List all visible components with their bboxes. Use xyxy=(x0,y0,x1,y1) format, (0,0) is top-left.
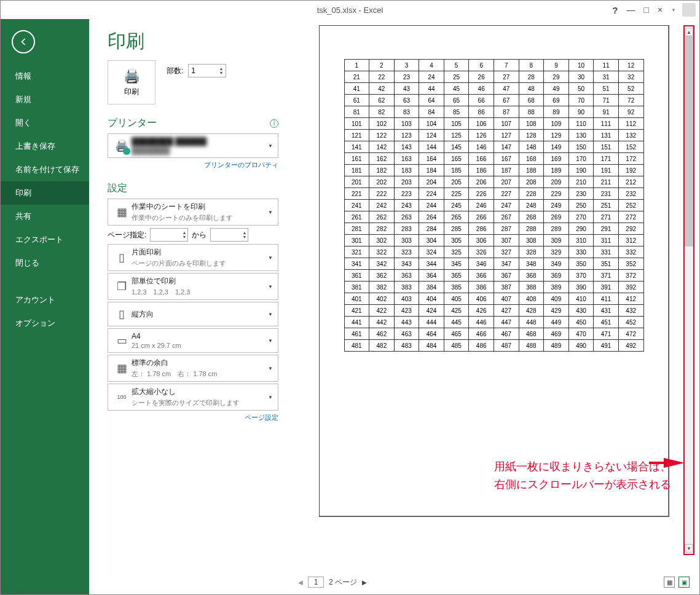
grid-cell: 131 xyxy=(594,130,619,141)
prev-page-button[interactable]: ◀ xyxy=(298,579,303,586)
grid-cell: 301 xyxy=(344,235,369,246)
grid-cell: 249 xyxy=(544,200,569,211)
grid-cell: 287 xyxy=(494,223,519,235)
grid-cell: 203 xyxy=(394,176,419,188)
grid-cell: 390 xyxy=(568,282,594,293)
preview-page: 1234567891011122122232425262728293031324… xyxy=(319,25,669,517)
grid-cell: 484 xyxy=(419,340,444,352)
scaling-selector[interactable]: 100 拡大縮小なし シートを実際のサイズで印刷します ▼ xyxy=(108,384,278,411)
grid-cell: 244 xyxy=(419,200,444,211)
grid-cell: 129 xyxy=(544,130,569,141)
grid-cell: 325 xyxy=(444,246,469,258)
grid-cell: 362 xyxy=(369,270,395,282)
collate-selector[interactable]: ❐ 部単位で印刷 1,2,3 1,2,3 1,2,3 ▼ xyxy=(108,273,278,300)
grid-cell: 350 xyxy=(568,258,594,270)
sidebar-item-8[interactable]: 閉じる xyxy=(1,251,89,275)
grid-cell: 247 xyxy=(494,200,519,211)
grid-cell: 71 xyxy=(594,95,619,106)
minimize-button[interactable]: — xyxy=(626,5,635,15)
signin-dropdown-icon[interactable]: ▼ xyxy=(671,7,676,13)
grid-cell: 90 xyxy=(568,106,594,118)
printer-properties-link[interactable]: プリンターのプロパティ xyxy=(108,160,278,170)
back-button[interactable] xyxy=(12,30,35,53)
sidebar-item-10[interactable]: オプション xyxy=(1,312,89,335)
grid-cell: 106 xyxy=(469,118,494,130)
print-what-selector[interactable]: ▦ 作業中のシートを印刷 作業中のシートのみを印刷します ▼ xyxy=(108,199,278,226)
grid-cell: 5 xyxy=(444,60,469,71)
grid-cell: 481 xyxy=(344,340,369,352)
sidebar-item-6[interactable]: 共有 xyxy=(1,205,89,228)
grid-cell: 211 xyxy=(594,176,619,188)
grid-cell: 207 xyxy=(494,176,519,188)
grid-cell: 30 xyxy=(568,71,594,83)
copies-value: 1 xyxy=(191,66,195,75)
margins-title: 標準の余白 xyxy=(132,358,267,368)
page-setup-link[interactable]: ページ設定 xyxy=(108,413,278,422)
paper-icon: ▭ xyxy=(112,334,132,347)
sidebar-item-0[interactable]: 情報 xyxy=(1,65,89,88)
help-icon[interactable]: ? xyxy=(612,5,618,15)
grid-cell: 24 xyxy=(419,71,444,83)
grid-cell: 445 xyxy=(444,317,469,328)
copies-spinner[interactable]: ▲▼ xyxy=(219,66,223,75)
paper-selector[interactable]: ▭ A4 21 cm x 29.7 cm ▼ xyxy=(108,328,278,353)
orientation-selector[interactable]: ▯ 縦方向 ▼ xyxy=(108,302,278,326)
grid-cell: 266 xyxy=(469,211,494,223)
grid-cell: 209 xyxy=(544,176,569,188)
grid-cell: 165 xyxy=(444,153,469,165)
grid-cell: 446 xyxy=(469,317,494,328)
sidebar-item-9[interactable]: アカウント xyxy=(1,288,89,312)
pages-to-input[interactable]: ▲▼ xyxy=(210,228,248,242)
maximize-button[interactable]: □ xyxy=(643,5,648,15)
sidebar-item-2[interactable]: 開く xyxy=(1,111,89,135)
sidebar-item-3[interactable]: 上書き保存 xyxy=(1,135,89,158)
grid-cell: 103 xyxy=(394,118,419,130)
grid-cell: 66 xyxy=(469,95,494,106)
grid-cell: 352 xyxy=(618,258,643,270)
grid-cell: 126 xyxy=(469,130,494,141)
zoom-to-page-button[interactable]: ▣ xyxy=(678,577,690,588)
grid-cell: 242 xyxy=(369,200,395,211)
grid-cell: 407 xyxy=(494,293,519,305)
grid-cell: 465 xyxy=(444,328,469,340)
grid-cell: 91 xyxy=(594,106,619,118)
grid-cell: 391 xyxy=(594,282,619,293)
copies-input[interactable]: 1 ▲▼ xyxy=(188,64,226,77)
grid-cell: 332 xyxy=(618,246,643,258)
grid-cell: 461 xyxy=(344,328,369,340)
margins-selector[interactable]: ▦ 標準の余白 左： 1.78 cm 右： 1.78 cm ▼ xyxy=(108,355,278,382)
grid-cell: 346 xyxy=(469,258,494,270)
grid-cell: 281 xyxy=(344,223,369,235)
sidebar-item-5[interactable]: 印刷 xyxy=(1,181,89,205)
info-icon[interactable]: i xyxy=(270,119,278,128)
close-button[interactable]: × xyxy=(658,5,663,15)
grid-cell: 290 xyxy=(568,223,594,235)
grid-cell: 403 xyxy=(394,293,419,305)
pages-to-spinner[interactable]: ▲▼ xyxy=(242,231,246,239)
pages-from-spinner[interactable]: ▲▼ xyxy=(182,231,186,239)
sidebar-item-7[interactable]: エクスポート xyxy=(1,228,89,251)
grid-cell: 86 xyxy=(469,106,494,118)
sides-selector[interactable]: ▯ 片面印刷 ページの片面のみを印刷します ▼ xyxy=(108,244,278,271)
next-page-button[interactable]: ▶ xyxy=(362,579,367,586)
grid-cell: 62 xyxy=(369,95,395,106)
page-number-input[interactable]: 1 xyxy=(308,577,324,588)
grid-cell: 148 xyxy=(519,141,544,153)
grid-cell: 286 xyxy=(469,223,494,235)
grid-cell: 206 xyxy=(469,176,494,188)
grid-cell: 47 xyxy=(494,83,519,95)
sidebar-item-1[interactable]: 新規 xyxy=(1,88,89,111)
grid-cell: 183 xyxy=(394,165,419,176)
grid-cell: 105 xyxy=(444,118,469,130)
user-avatar[interactable] xyxy=(682,3,696,17)
print-button[interactable]: 🖨️ 印刷 xyxy=(108,60,155,104)
grid-cell: 381 xyxy=(344,282,369,293)
grid-cell: 411 xyxy=(594,293,619,305)
grid-cell: 283 xyxy=(394,223,419,235)
grid-cell: 448 xyxy=(519,317,544,328)
grid-cell: 485 xyxy=(444,340,469,352)
pages-from-input[interactable]: ▲▼ xyxy=(150,228,188,242)
printer-selector[interactable]: 🖨️ ████████ ██████ ████████ ▼ xyxy=(108,133,278,158)
show-margins-button[interactable]: ▦ xyxy=(664,577,675,588)
sidebar-item-4[interactable]: 名前を付けて保存 xyxy=(1,158,89,181)
